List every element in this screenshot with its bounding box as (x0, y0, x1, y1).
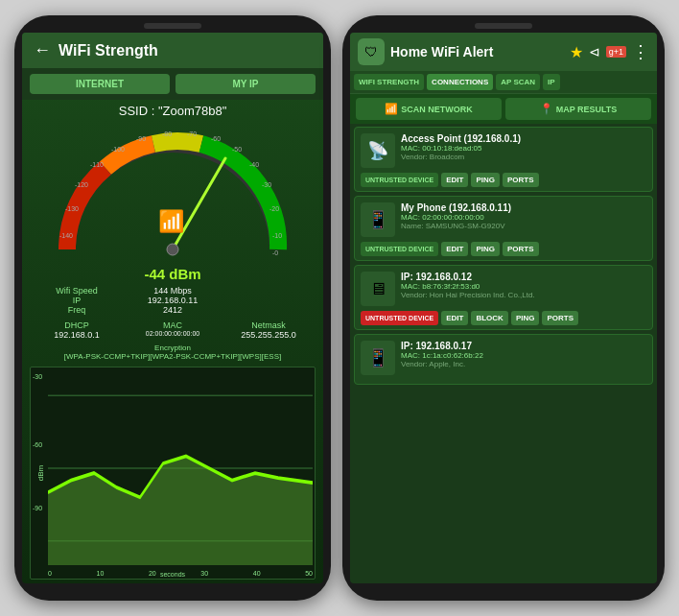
scan-network-button[interactable]: 📶 SCAN NETWORK (356, 98, 502, 120)
device-actions-2: UNTRUSTED DEVICE EDIT BLOCK PING PORTS (361, 311, 646, 325)
svg-text:-10: -10 (272, 232, 282, 239)
left-screen: ← WiFi Strength INTERNET MY IP SSID : "Z… (22, 33, 323, 583)
myip-tab[interactable]: MY IP (176, 74, 316, 94)
tab-ip[interactable]: IP (543, 74, 560, 90)
svg-text:-80: -80 (162, 130, 172, 137)
device-card-0: 📡 Access Point (192.168.0.1) MAC: 00:10:… (354, 127, 653, 192)
more-icon[interactable]: ⋮ (632, 41, 649, 62)
ssid-label: SSID : "Zoom78b8" (22, 100, 323, 120)
ports-btn-1[interactable]: PORTS (503, 242, 539, 256)
right-header: 🛡 Home WiFi Alert ★ ⊲ g+1 ⋮ (350, 33, 657, 71)
ping-btn-2[interactable]: PING (511, 311, 540, 325)
share-icon[interactable]: ⊲ (589, 44, 600, 59)
left-header: ← WiFi Strength (22, 33, 323, 68)
right-screen: 🛡 Home WiFi Alert ★ ⊲ g+1 ⋮ WIFI STRENGT… (350, 33, 657, 583)
device-card-2: 🖥 IP: 192.168.0.12 MAC: b8:76:3f:2f:53:d… (354, 265, 653, 330)
device-top-0: 📡 Access Point (192.168.0.1) MAC: 00:10:… (361, 133, 646, 168)
chart-y-60: -60 (33, 441, 42, 448)
stat-label-speed: Wifi Speed (30, 286, 124, 296)
device-icon-1: 📱 (361, 202, 395, 237)
tab-ap-scan[interactable]: AP SCAN (496, 74, 540, 90)
stat-value-speed: 144 Mbps (126, 286, 220, 296)
svg-text:-120: -120 (75, 181, 88, 188)
gauge-svg: -140 -130 -120 -110 -100 -90 -80 -70 -60… (48, 125, 297, 269)
untrusted-btn-0[interactable]: UNTRUSTED DEVICE (361, 173, 438, 187)
chart-x-50: 50 (305, 570, 313, 577)
device-info-2: IP: 192.168.0.12 MAC: b8:76:3f:2f:53:d0 … (401, 272, 646, 299)
chart-area: dBm -30 -60 -90 0 10 20 30 40 50 seco (30, 367, 316, 580)
devices-list: 📡 Access Point (192.168.0.1) MAC: 00:10:… (350, 124, 657, 583)
device-icon-0: 📡 (361, 133, 395, 168)
device-info-3: IP: 192.168.0.17 MAC: 1c:1a:c0:62:6b:22 … (401, 341, 646, 368)
svg-text:-20: -20 (269, 205, 279, 212)
device-vendor-0: Vendor: Broadcom (401, 153, 646, 161)
edit-btn-2[interactable]: EDIT (441, 311, 468, 325)
internet-tab[interactable]: INTERNET (30, 74, 170, 94)
stat-label-ip: IP (30, 296, 124, 305)
device-info-0: Access Point (192.168.0.1) MAC: 00:10:18… (401, 133, 646, 161)
untrusted-btn-2[interactable]: UNTRUSTED DEVICE (361, 311, 438, 325)
device-actions-1: UNTRUSTED DEVICE EDIT PING PORTS (361, 242, 646, 256)
ping-btn-0[interactable]: PING (471, 173, 500, 187)
encryption-value: [WPA-PSK-CCMP+TKIP][WPA2-PSK-CCMP+TKIP][… (64, 352, 281, 361)
device-card-1: 📱 My Phone (192.168.0.11) MAC: 02:00:00:… (354, 196, 653, 261)
device-vendor-2: Vendor: Hon Hai Precision Ind. Co.,Ltd. (401, 291, 646, 299)
right-phone: 🛡 Home WiFi Alert ★ ⊲ g+1 ⋮ WIFI STRENGT… (342, 15, 665, 601)
svg-text:-110: -110 (90, 161, 104, 168)
map-results-label: MAP RESULTS (556, 105, 618, 114)
svg-text:-100: -100 (111, 146, 125, 153)
ports-btn-0[interactable]: PORTS (503, 173, 539, 187)
device-card-3: 📱 IP: 192.168.0.17 MAC: 1c:1a:c0:62:6b:2… (354, 334, 653, 385)
chart-x-unit: seconds (160, 571, 185, 578)
left-screen-title: WiFi Strength (59, 42, 158, 59)
app-icon: 🛡 (358, 38, 385, 65)
device-mac-1: MAC: 02:00:00:00:00:00 (401, 213, 646, 222)
device-name-1: My Phone (192.168.0.11) (401, 202, 646, 213)
stat2-value-netmask: 255.255.255.0 (222, 330, 316, 340)
chart-svg (48, 371, 313, 565)
chart-x-30: 30 (200, 570, 208, 577)
svg-point-16 (167, 244, 178, 255)
svg-text:-50: -50 (232, 146, 242, 153)
header-icons: ★ ⊲ g+1 ⋮ (570, 41, 649, 62)
svg-text:-140: -140 (59, 232, 73, 239)
edit-btn-0[interactable]: EDIT (441, 173, 468, 187)
stat2-value-mac: 02:00:00:00:00:00 (126, 330, 220, 337)
svg-line-15 (173, 158, 225, 249)
chart-dbm-label: dBm (36, 465, 45, 481)
tab-connections[interactable]: CONNECTIONS (427, 74, 493, 90)
device-name-0: Access Point (192.168.0.1) (401, 133, 646, 144)
svg-text:-60: -60 (211, 135, 221, 142)
untrusted-btn-1[interactable]: UNTRUSTED DEVICE (361, 242, 438, 256)
svg-marker-21 (48, 456, 313, 565)
map-results-button[interactable]: 📍 MAP RESULTS (505, 98, 651, 120)
ping-btn-1[interactable]: PING (471, 242, 500, 256)
tab-wifi-strength[interactable]: WIFI STRENGTH (354, 74, 424, 90)
ports-btn-2[interactable]: PORTS (542, 311, 578, 325)
svg-text:-30: -30 (262, 181, 271, 188)
device-top-1: 📱 My Phone (192.168.0.11) MAC: 02:00:00:… (361, 202, 646, 237)
svg-text:📶: 📶 (158, 208, 185, 234)
svg-text:-70: -70 (187, 130, 197, 137)
device-info-1: My Phone (192.168.0.11) MAC: 02:00:00:00… (401, 202, 646, 230)
device-top-2: 🖥 IP: 192.168.0.12 MAC: b8:76:3f:2f:53:d… (361, 272, 646, 306)
edit-btn-1[interactable]: EDIT (441, 242, 468, 256)
star-icon[interactable]: ★ (570, 43, 583, 61)
device-name-2: IP: 192.168.0.12 (401, 272, 646, 282)
encryption-box: Encryption [WPA-PSK-CCMP+TKIP][WPA2-PSK-… (30, 344, 316, 361)
chart-x-10: 10 (97, 570, 105, 577)
stat2-label-netmask: Netmask (222, 320, 316, 330)
gplus-badge[interactable]: g+1 (606, 46, 626, 58)
right-screen-title: Home WiFi Alert (390, 44, 564, 59)
stat-value-ip: 192.168.0.11 (126, 296, 220, 305)
svg-text:-0: -0 (272, 249, 278, 256)
device-vendor-3: Vendor: Apple, Inc. (401, 360, 646, 368)
stats-grid2: DHCP 192.168.0.1 MAC 02:00:00:00:00:00 N… (22, 319, 323, 342)
back-button[interactable]: ← (34, 40, 51, 60)
device-mac-2: MAC: b8:76:3f:2f:53:d0 (401, 282, 646, 291)
block-btn-2[interactable]: BLOCK (471, 311, 507, 325)
svg-text:-90: -90 (136, 135, 146, 142)
device-icon-2: 🖥 (361, 272, 395, 306)
chart-x-40: 40 (253, 570, 261, 577)
device-vendor-1: Name: SAMSUNG-SM-G920V (401, 222, 646, 230)
